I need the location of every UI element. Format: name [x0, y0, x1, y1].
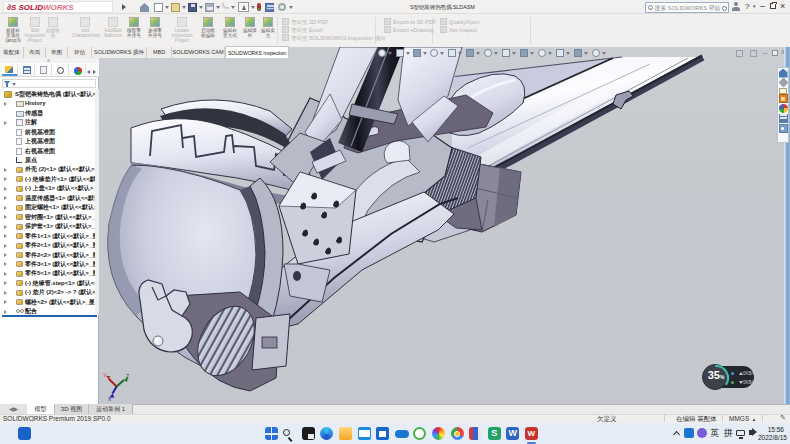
svg-text:Z: Z [126, 373, 129, 379]
svg-text:Y: Y [103, 372, 107, 378]
